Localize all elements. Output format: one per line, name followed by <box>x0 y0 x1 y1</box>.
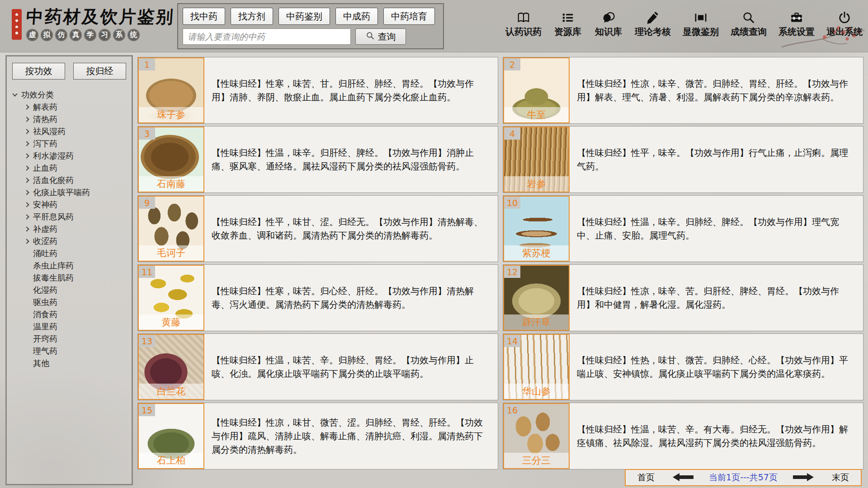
subtitle-badge-char: 习 <box>99 29 111 41</box>
medicine-photo[interactable]: 3石南藤 <box>138 127 204 192</box>
nav-item-label: 显微鉴别 <box>683 26 719 38</box>
medicine-photo[interactable]: 13白兰花 <box>138 334 204 400</box>
tree-item[interactable]: 化痰止咳平喘药 <box>11 186 127 198</box>
tree-item-label: 温里药 <box>33 321 57 332</box>
subtitle-badge-char: 系 <box>113 29 125 41</box>
card-number-badge: 13 <box>139 335 155 347</box>
nav-item[interactable]: 理论考核 <box>635 10 671 38</box>
app-header: 中药材及饮片鉴别 虚拟仿真学习系统 找中药找方剂中药鉴别中成药中药培育 查询 认… <box>0 0 868 52</box>
nav-item[interactable]: 系统设置 <box>778 10 815 38</box>
tree-indent-spacer <box>25 325 28 328</box>
tree-indent-spacer <box>25 264 28 267</box>
tree-item[interactable]: 活血化瘀药 <box>11 174 127 186</box>
medicine-card[interactable]: 16三分三【性味归经】性温，味苦、辛。有大毒。归经无。【功效与作用】解痉镇痛、祛… <box>503 403 863 469</box>
medicine-card[interactable]: 4岩参【性味归经】性平，味辛。【功效与作用】行气止痛，止泻痢。属理气药。 <box>503 126 863 193</box>
nav-item[interactable]: 退出系统 <box>826 10 863 38</box>
medicine-card[interactable]: 13白兰花【性味归经】性温，味苦、辛。归肺经、胃经。【功效与作用】止咳、化浊。属… <box>137 333 498 400</box>
medicine-card[interactable]: 15石上柏【性味归经】性凉，味甘、微苦、涩。归肺经、胃经、肝经。【功效与作用】疏… <box>137 403 498 469</box>
tree-item[interactable]: 解表药 <box>11 101 127 113</box>
tab-button[interactable]: 找中药 <box>183 8 225 25</box>
card-number-badge: 15 <box>139 404 155 416</box>
arrow-right-icon <box>793 473 814 483</box>
chevron-right-icon <box>24 117 29 122</box>
tree-item[interactable]: 温里药 <box>11 320 127 333</box>
pencil-icon <box>646 10 660 24</box>
tab-button[interactable]: 找方剂 <box>231 8 273 25</box>
tree-item[interactable]: 安神药 <box>11 198 127 211</box>
tree-item[interactable]: 化湿药 <box>11 284 127 296</box>
tree-item[interactable]: 消食药 <box>11 308 127 320</box>
medicine-card[interactable]: 2牛至【性味归经】性凉，味辛、微苦。归肺经、胃经、肝经。【功效与作用】解表、理气… <box>503 57 863 124</box>
tree-item[interactable]: 驱虫药 <box>11 296 127 308</box>
search-button-label: 查询 <box>378 31 396 43</box>
tab-button[interactable]: 中成药 <box>335 8 378 25</box>
tree-item[interactable]: 泻下药 <box>11 137 127 150</box>
chevron-right-icon <box>24 129 29 134</box>
medicine-card[interactable]: 1珠子参【性味归经】性寒，味苦、甘。归肝经、肺经、胃经。【功效与作用】清肺、养阴… <box>137 57 498 124</box>
subtitle-badge-char: 虚 <box>26 29 38 41</box>
medicine-photo[interactable]: 4岩参 <box>503 127 570 192</box>
search-button[interactable]: 查询 <box>355 28 406 45</box>
next-page-button[interactable] <box>793 473 814 483</box>
tree-item[interactable]: 开窍药 <box>11 333 127 345</box>
medicine-photo[interactable]: 2牛至 <box>503 57 570 123</box>
by-function-button[interactable]: 按功效 <box>12 63 65 80</box>
medicine-photo[interactable]: 1珠子参 <box>138 57 204 123</box>
subtitle-badge-char: 学 <box>84 29 96 41</box>
tree-root-functional-category[interactable]: 功效分类 <box>11 89 127 101</box>
search-input[interactable] <box>183 28 351 45</box>
nav-item[interactable]: 显微鉴别 <box>683 10 719 38</box>
medicine-name-label: 三分三 <box>504 453 569 468</box>
tree-item[interactable]: 补虚药 <box>11 223 127 235</box>
medicine-description: 【性味归经】性凉，味辛、微苦。归肺经、胃经、肝经。【功效与作用】解表、理气、清暑… <box>570 77 863 104</box>
medicine-photo[interactable]: 15石上柏 <box>138 403 204 469</box>
medicine-description: 【性味归经】性凉，味辛、苦。归肝经、脾经、胃经。【功效与作用】和中健胃，解暑化湿… <box>570 284 863 311</box>
medicine-card[interactable]: 14华山参【性味归经】性热，味甘、微苦。归肺经、心经。【功效与作用】平喘止咳、安… <box>503 333 863 400</box>
medicine-photo[interactable]: 14华山参 <box>503 334 570 400</box>
tree-item-label: 消食药 <box>33 309 57 320</box>
tab-button[interactable]: 中药鉴别 <box>278 8 330 25</box>
medicine-description: 【性味归经】性温，味辛。归肝经、脾经。【功效与作用】消肿止痛、驱风寒、通经络。属… <box>204 146 498 173</box>
card-number-badge: 2 <box>504 58 520 70</box>
tree-item[interactable]: 杀虫止痒药 <box>11 259 127 272</box>
medicine-description: 【性味归经】性温，味苦、辛。有大毒。归经无。【功效与作用】解痉镇痛、祛风除湿。属… <box>570 422 863 450</box>
tree-item[interactable]: 其他 <box>11 357 127 369</box>
prev-page-button[interactable] <box>673 473 693 483</box>
tree-item[interactable]: 拔毒生肌药 <box>11 272 127 284</box>
app-window: 中药材及饮片鉴别 虚拟仿真学习系统 找中药找方剂中药鉴别中成药中药培育 查询 认… <box>0 0 868 488</box>
tree-item[interactable]: 清热药 <box>11 113 127 125</box>
tree-item-label: 化湿药 <box>33 285 57 296</box>
medicine-card[interactable]: 12辟汗草【性味归经】性凉，味辛、苦。归肝经、脾经、胃经。【功效与作用】和中健胃… <box>503 264 863 331</box>
tree-item[interactable]: 利水渗湿药 <box>11 150 127 162</box>
nav-item[interactable]: 资源库 <box>553 10 582 38</box>
toolbox-icon <box>790 10 803 24</box>
list-icon <box>561 10 575 24</box>
first-page-button[interactable]: 首页 <box>635 471 657 484</box>
nav-item[interactable]: 知识库 <box>594 10 623 38</box>
nav-item[interactable]: 认药识药 <box>505 10 542 38</box>
medicine-card[interactable]: 9毛诃子【性味归经】性平，味甘、涩。归经无。【功效与作用】清热解毒、收敛养血、调… <box>137 195 498 262</box>
medicine-photo[interactable]: 12辟汗草 <box>503 265 570 331</box>
medicine-card[interactable]: 11黄藤【性味归经】性寒，味苦。归心经、肝经。【功效与作用】清热解毒、泻火通便。… <box>137 264 498 331</box>
medicine-photo[interactable]: 11黄藤 <box>138 265 204 331</box>
tree-item[interactable]: 理气药 <box>11 345 127 357</box>
tree-item[interactable]: 收涩药 <box>11 235 127 247</box>
medicine-card[interactable]: 3石南藤【性味归经】性温，味辛。归肝经、脾经。【功效与作用】消肿止痛、驱风寒、通… <box>137 126 498 193</box>
subtitle-badge-char: 仿 <box>55 29 67 41</box>
medicine-photo[interactable]: 16三分三 <box>503 403 570 469</box>
chevron-down-icon <box>12 91 17 96</box>
tree-item[interactable]: 祛风湿药 <box>11 125 127 137</box>
medicine-name-label: 白兰花 <box>139 384 203 399</box>
tree-item[interactable]: 止血药 <box>11 162 127 174</box>
medicine-card[interactable]: 10紫苏梗【性味归经】性温，味辛。归肺经、脾经。【功效与作用】理气宽中、止痛、安… <box>503 195 863 262</box>
medicine-photo[interactable]: 10紫苏梗 <box>503 196 570 262</box>
tree-item[interactable]: 涌吐药 <box>11 247 127 259</box>
tab-button[interactable]: 中药培育 <box>383 8 435 25</box>
by-meridian-button[interactable]: 按归经 <box>73 63 126 80</box>
nav-item-label: 退出系统 <box>826 26 863 38</box>
nav-item[interactable]: 成绩查询 <box>731 10 767 38</box>
last-page-button[interactable]: 末页 <box>829 471 852 484</box>
tree-item[interactable]: 平肝息风药 <box>11 211 127 223</box>
medicine-photo[interactable]: 9毛诃子 <box>138 196 204 262</box>
tree-item-label: 清热药 <box>33 114 57 125</box>
